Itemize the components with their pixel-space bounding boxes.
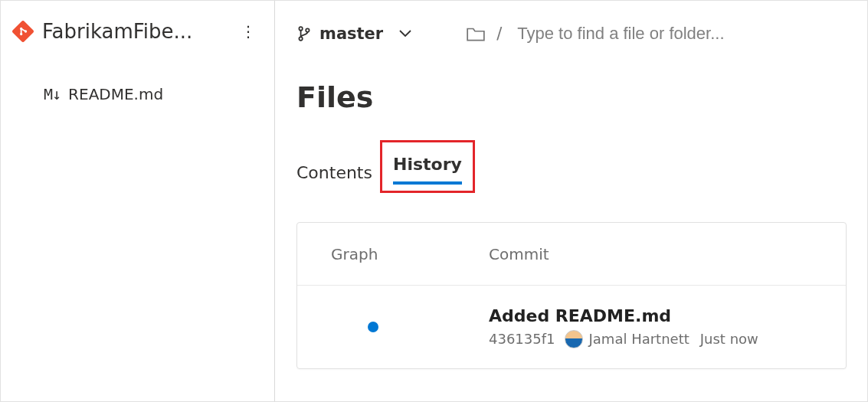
- markdown-file-icon: M↓: [44, 85, 61, 103]
- tree-item-label: README.md: [68, 85, 163, 103]
- svg-point-4: [299, 27, 302, 30]
- git-repo-icon: [11, 20, 34, 43]
- author-avatar-icon[interactable]: [565, 330, 583, 348]
- chevron-down-icon: [398, 29, 412, 38]
- repo-header: FabrikamFibe... ⋮: [1, 15, 274, 53]
- commit-row[interactable]: Added README.md 436135f1 Jamal Hartnett …: [297, 286, 846, 368]
- commit-hash[interactable]: 436135f1: [489, 331, 555, 347]
- svg-point-5: [299, 37, 302, 40]
- file-tree: M↓ README.md: [1, 53, 274, 108]
- tab-bar: Contents History: [275, 117, 868, 191]
- find-file-input[interactable]: [517, 24, 847, 44]
- repo-name[interactable]: FabrikamFibe...: [42, 20, 236, 43]
- commit-message[interactable]: Added README.md: [489, 306, 846, 325]
- history-panel: Graph Commit Added README.md 436135f1 Ja…: [296, 222, 847, 369]
- toolbar: master /: [275, 15, 868, 50]
- main-content: master / Files Contents: [275, 1, 868, 401]
- commit-author[interactable]: Jamal Hartnett: [589, 331, 689, 347]
- svg-point-6: [306, 28, 309, 31]
- repo-sidebar: FabrikamFibe... ⋮ M↓ README.md: [1, 1, 275, 401]
- tab-history-highlight: History: [380, 140, 475, 193]
- commit-cell: Added README.md 436135f1 Jamal Hartnett …: [489, 306, 846, 348]
- repo-more-button[interactable]: ⋮: [236, 19, 260, 44]
- column-header-commit: Commit: [489, 245, 846, 263]
- branch-icon: [296, 25, 312, 42]
- svg-rect-0: [12, 21, 34, 42]
- path-breadcrumb: /: [466, 24, 847, 44]
- commit-meta: 436135f1 Jamal Hartnett Just now: [489, 330, 846, 348]
- more-vertical-icon: ⋮: [241, 24, 256, 39]
- tab-contents[interactable]: Contents: [296, 155, 372, 191]
- tab-history[interactable]: History: [393, 147, 462, 183]
- branch-picker[interactable]: master: [296, 25, 412, 43]
- graph-cell: [297, 322, 489, 332]
- app-root: FabrikamFibe... ⋮ M↓ README.md maste: [0, 0, 868, 402]
- commit-time: Just now: [700, 331, 758, 347]
- tree-item-readme[interactable]: M↓ README.md: [44, 80, 274, 108]
- folder-icon[interactable]: [466, 25, 486, 42]
- column-header-graph: Graph: [297, 245, 489, 263]
- breadcrumb-separator: /: [496, 25, 502, 43]
- branch-name: master: [319, 25, 383, 43]
- history-header-row: Graph Commit: [297, 223, 846, 286]
- page-title: Files: [275, 50, 868, 117]
- commit-node-icon: [368, 322, 378, 332]
